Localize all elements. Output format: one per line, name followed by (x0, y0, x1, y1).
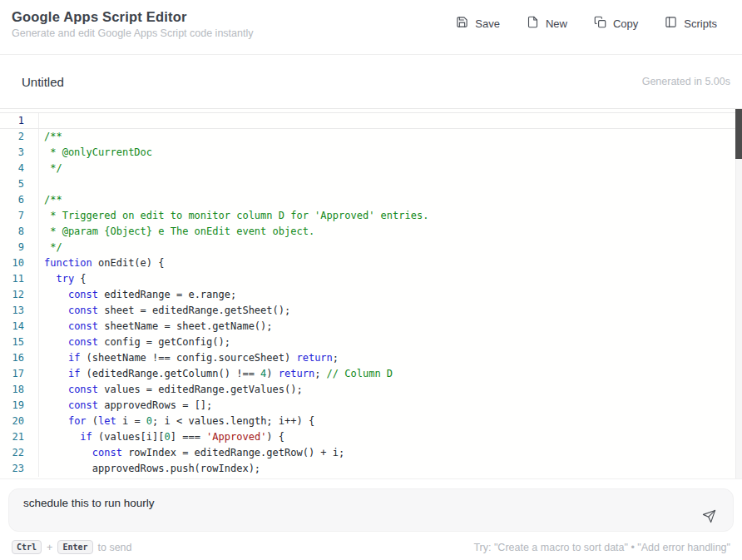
copy-button[interactable]: Copy (594, 16, 638, 31)
code-text: try { (39, 271, 87, 287)
code-text: const sheet = editedRange.getSheet(); (39, 303, 290, 319)
editor-scrollbar-thumb[interactable] (735, 109, 742, 159)
title-block: Google Apps Script Editor Generate and e… (12, 9, 253, 39)
code-line[interactable]: 4 */ (0, 161, 742, 176)
code-text: const sheetName = sheet.getName(); (39, 319, 273, 335)
code-text: const config = getConfig(); (39, 335, 230, 350)
editor-scrollbar[interactable] (735, 109, 742, 478)
footer: Ctrl + Enter to send Try: "Create a macr… (0, 532, 742, 554)
code-line[interactable]: 21 if (values[i][0] === 'Approved') { (0, 429, 742, 445)
ctrl-key-badge: Ctrl (12, 540, 42, 554)
send-button[interactable] (702, 509, 716, 526)
code-line[interactable]: 14 const sheetName = sheet.getName(); (0, 319, 742, 335)
code-text: if (values[i][0] === 'Approved') { (39, 429, 284, 445)
new-button[interactable]: New (527, 16, 567, 31)
code-text: */ (39, 240, 62, 255)
new-button-label: New (546, 17, 567, 30)
code-line[interactable]: 11 try { (0, 271, 742, 287)
line-number: 4 (0, 161, 39, 176)
code-lines: 12/**3 * @onlyCurrentDoc4 */56/**7 * Tri… (0, 109, 742, 477)
code-line[interactable]: 9 */ (0, 240, 742, 255)
code-line[interactable]: 5 (0, 176, 742, 192)
code-line[interactable]: 16 if (sheetName !== config.sourceSheet)… (0, 350, 742, 366)
code-line[interactable]: 23 approvedRows.push(rowIndex); (0, 461, 742, 477)
line-number: 15 (0, 335, 39, 350)
line-number: 5 (0, 176, 39, 192)
prompt-input[interactable]: schedule this to run hourly (9, 489, 733, 531)
code-editor[interactable]: 12/**3 * @onlyCurrentDoc4 */56/**7 * Tri… (0, 108, 742, 479)
line-number: 12 (0, 287, 39, 303)
line-number: 20 (0, 414, 39, 429)
save-button[interactable]: Save (456, 16, 500, 31)
document-title[interactable]: Untitled (22, 75, 64, 89)
generation-status: Generated in 5.00s (642, 76, 730, 87)
line-number: 6 (0, 192, 39, 208)
scripts-button-label: Scripts (684, 17, 717, 30)
line-number: 16 (0, 350, 39, 366)
shortcut-hint: Ctrl + Enter to send (12, 540, 132, 554)
line-number: 7 (0, 208, 39, 224)
code-line[interactable]: 12 const editedRange = e.range; (0, 287, 742, 303)
code-line[interactable]: 7 * Triggered on edit to monitor column … (0, 208, 742, 224)
page-title: Google Apps Script Editor (12, 9, 253, 25)
line-number: 19 (0, 398, 39, 414)
code-line[interactable]: 20 for (let i = 0; i < values.length; i+… (0, 414, 742, 429)
code-text: function onEdit(e) { (39, 255, 165, 271)
line-number: 17 (0, 366, 39, 382)
scripts-panel-icon (665, 16, 677, 31)
code-text: const rowIndex = editedRange.getRow() + … (39, 445, 344, 461)
line-number: 8 (0, 224, 39, 240)
line-number: 14 (0, 319, 39, 335)
code-line[interactable]: 18 const values = editedRange.getValues(… (0, 382, 742, 398)
new-file-icon (527, 16, 539, 31)
code-line[interactable]: 3 * @onlyCurrentDoc (0, 145, 742, 161)
suggestions-hint: Try: "Create a macro to sort data" • "Ad… (473, 542, 730, 553)
code-line[interactable]: 6/** (0, 192, 742, 208)
code-text: approvedRows.push(rowIndex); (39, 461, 260, 477)
copy-button-label: Copy (613, 17, 638, 30)
code-line[interactable]: 1 (0, 112, 742, 129)
code-text (39, 113, 44, 128)
page-subtitle: Generate and edit Google Apps Script cod… (12, 27, 253, 39)
line-number: 10 (0, 255, 39, 271)
line-number: 13 (0, 303, 39, 319)
line-number: 18 (0, 382, 39, 398)
code-line[interactable]: 22 const rowIndex = editedRange.getRow()… (0, 445, 742, 461)
code-text: if (editedRange.getColumn() !== 4) retur… (39, 366, 393, 382)
line-number: 1 (0, 113, 39, 128)
document-bar: Untitled Generated in 5.00s (0, 55, 742, 108)
code-text: for (let i = 0; i < values.length; i++) … (39, 414, 314, 429)
code-text: const editedRange = e.range; (39, 287, 236, 303)
send-icon (702, 513, 716, 526)
code-text: /** (39, 192, 62, 208)
scripts-button[interactable]: Scripts (665, 16, 717, 31)
code-text (39, 176, 44, 192)
line-number: 21 (0, 429, 39, 445)
enter-key-badge: Enter (57, 540, 92, 554)
line-number: 3 (0, 145, 39, 161)
line-number: 2 (0, 129, 39, 145)
save-button-label: Save (475, 17, 500, 30)
code-line[interactable]: 13 const sheet = editedRange.getSheet(); (0, 303, 742, 319)
line-number: 23 (0, 461, 39, 477)
code-line[interactable]: 17 if (editedRange.getColumn() !== 4) re… (0, 366, 742, 382)
line-number: 11 (0, 271, 39, 287)
code-text: */ (39, 161, 62, 176)
code-text: const values = editedRange.getValues(); (39, 382, 303, 398)
code-line[interactable]: 8 * @param {Object} e The onEdit event o… (0, 224, 742, 240)
code-text: * Triggered on edit to monitor column D … (39, 208, 428, 224)
code-line[interactable]: 2/** (0, 129, 742, 145)
plus-separator: + (47, 542, 52, 553)
code-line[interactable]: 10function onEdit(e) { (0, 255, 742, 271)
code-line[interactable]: 15 const config = getConfig(); (0, 335, 742, 350)
code-text: * @onlyCurrentDoc (39, 145, 152, 161)
code-text: * @param {Object} e The onEdit event obj… (39, 224, 314, 240)
line-number: 22 (0, 445, 39, 461)
send-hint-label: to send (98, 542, 132, 553)
code-text: if (sheetName !== config.sourceSheet) re… (39, 350, 339, 366)
code-line[interactable]: 19 const approvedRows = []; (0, 398, 742, 414)
line-number: 9 (0, 240, 39, 255)
code-text: /** (39, 129, 62, 145)
app-header: Google Apps Script Editor Generate and e… (0, 0, 742, 55)
code-text: const approvedRows = []; (39, 398, 212, 414)
